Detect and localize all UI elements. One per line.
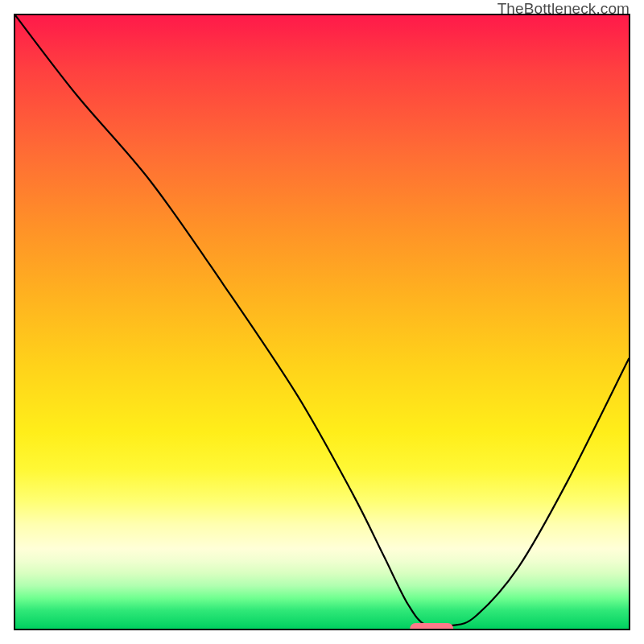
curve-layer <box>15 15 629 629</box>
bottleneck-curve-line <box>15 15 629 628</box>
optimal-point-marker <box>410 623 453 630</box>
plot-area <box>14 14 630 630</box>
attribution-label: TheBottleneck.com <box>497 0 630 18</box>
bottleneck-chart: TheBottleneck.com <box>0 0 644 644</box>
